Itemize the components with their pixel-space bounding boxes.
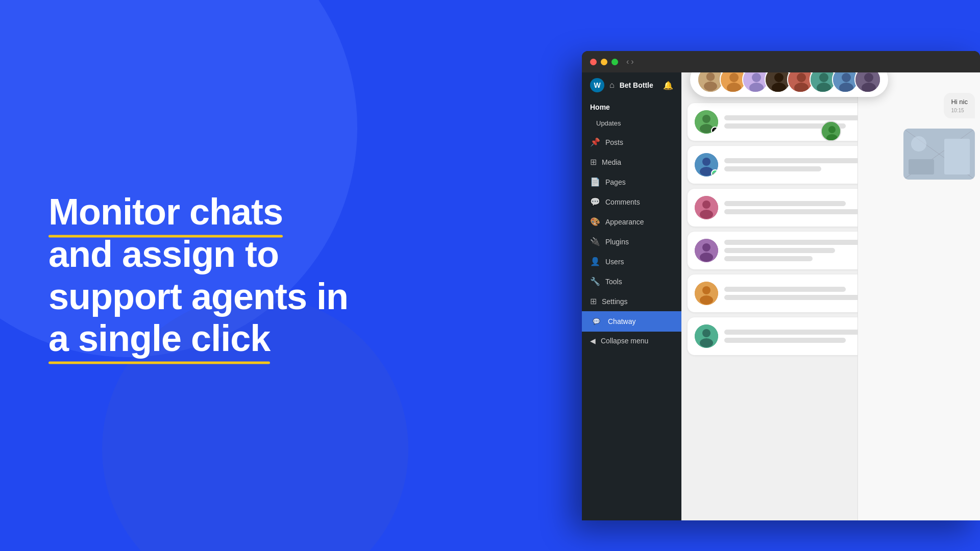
nav-label-users: Users: [605, 258, 624, 266]
nav-label-media: Media: [602, 158, 621, 166]
wordpress-sidebar: W ⌂ Bet Bottle 🔔 Home Updates 📌 Posts: [582, 72, 681, 520]
platform-badge-android: 🤖: [711, 169, 718, 177]
nav-item-settings[interactable]: ⊞ Settings: [582, 291, 681, 311]
hero-heading: Monitor chats and assign to support agen…: [48, 191, 375, 360]
svg-point-31: [702, 158, 710, 166]
svg-point-22: [864, 73, 873, 82]
hero-line-2: and assign to: [48, 233, 375, 276]
svg-point-35: [700, 210, 713, 219]
nav-forward-icon[interactable]: ›: [631, 57, 633, 66]
nav-item-comments[interactable]: 💬 Comments: [582, 192, 681, 212]
users-icon: 👤: [590, 257, 600, 266]
browser-mockup: ‹ › W ⌂ Bet Bottle 🔔 Home: [582, 51, 980, 520]
svg-point-37: [702, 243, 710, 252]
chat-name-skeleton-3: [724, 201, 846, 206]
svg-rect-49: [944, 139, 970, 174]
apple-icon: : [714, 128, 716, 133]
svg-point-23: [862, 83, 876, 93]
chat-name-skeleton-4: [724, 240, 879, 245]
android-icon: 🤖: [713, 171, 718, 176]
chat-panel: : [681, 72, 980, 520]
message-image: [903, 129, 975, 180]
platform-badge-apple: : [711, 127, 718, 134]
svg-point-44: [700, 338, 713, 347]
traffic-light-red[interactable]: [590, 59, 597, 65]
nav-back-icon[interactable]: ‹: [626, 57, 629, 66]
nav-item-updates[interactable]: Updates: [582, 116, 681, 132]
chatway-icon: 💬: [590, 316, 603, 327]
svg-point-13: [797, 73, 806, 82]
wp-logo: W: [590, 78, 604, 92]
svg-point-8: [749, 83, 764, 93]
hero-panel: Monitor chats and assign to support agen…: [48, 191, 375, 360]
avatar-face-8: [855, 72, 881, 93]
svg-point-34: [702, 201, 710, 209]
chat-preview-skeleton-2: [724, 166, 821, 171]
svg-point-43: [702, 329, 710, 337]
wp-header: W ⌂ Bet Bottle 🔔: [582, 72, 681, 98]
nav-item-media[interactable]: ⊞ Media: [582, 152, 681, 172]
notification-icon[interactable]: 🔔: [663, 81, 673, 90]
svg-point-14: [794, 83, 808, 93]
collapse-icon: ◀: [590, 337, 596, 345]
media-icon: ⊞: [590, 157, 597, 167]
message-bubble: Hi nic 10:15: [944, 93, 975, 118]
browser-content: W ⌂ Bet Bottle 🔔 Home Updates 📌 Posts: [582, 72, 980, 520]
nav-item-users[interactable]: 👤 Users: [582, 252, 681, 271]
nav-item-appearance[interactable]: 🎨 Appearance: [582, 212, 681, 232]
svg-point-16: [819, 73, 828, 82]
browser-nav-arrows: ‹ ›: [626, 57, 634, 66]
chat-name-skeleton-5: [724, 287, 846, 292]
pages-icon: 📄: [590, 177, 600, 187]
nav-label-plugins: Plugins: [605, 238, 629, 246]
nav-label-posts: Posts: [605, 138, 623, 146]
message-text: Hi nic: [951, 98, 968, 106]
svg-point-17: [817, 83, 831, 93]
nav-item-tools[interactable]: 🔧 Tools: [582, 271, 681, 291]
message-time: 10:15: [951, 108, 968, 113]
comments-icon: 💬: [590, 197, 600, 207]
small-avatar-below: [821, 121, 841, 141]
nav-item-posts[interactable]: 📌 Posts: [582, 132, 681, 152]
avatars-bubble: [690, 72, 888, 97]
nav-label-appearance: Appearance: [605, 218, 644, 226]
nav-item-chatway[interactable]: 💬 Chatway: [582, 311, 681, 332]
nav-label-settings: Settings: [602, 297, 628, 306]
settings-icon: ⊞: [590, 296, 597, 306]
tools-icon: 🔧: [590, 277, 600, 286]
nav-item-collapse[interactable]: ◀ Collapse menu: [582, 332, 681, 350]
traffic-light-yellow[interactable]: [601, 59, 607, 65]
hero-highlight-2: a single click: [48, 318, 270, 360]
svg-point-40: [702, 286, 710, 294]
nav-item-plugins[interactable]: 🔌 Plugins: [582, 232, 681, 252]
wp-site-name: Bet Bottle: [620, 81, 653, 89]
nav-label-comments: Comments: [605, 198, 640, 206]
svg-point-38: [700, 253, 713, 262]
svg-point-20: [839, 83, 853, 93]
hero-line-4: a single click: [48, 318, 375, 360]
svg-point-1: [706, 72, 715, 81]
nav-item-pages[interactable]: 📄 Pages: [582, 172, 681, 192]
hero-highlight-1: Monitor chats: [48, 191, 283, 233]
svg-point-41: [700, 295, 713, 305]
message-preview-panel: Hi nic 10:15: [857, 72, 980, 520]
chat-avatar-1: : [695, 110, 718, 134]
traffic-light-green[interactable]: [611, 59, 618, 65]
home-icon: ⌂: [609, 81, 615, 90]
svg-point-19: [842, 73, 851, 82]
chat-preview-skeleton-4: [724, 248, 835, 253]
nav-item-home[interactable]: Home: [582, 98, 681, 116]
avatar-8: [854, 72, 881, 93]
svg-point-5: [727, 83, 741, 93]
svg-point-50: [911, 136, 926, 152]
chat-preview-skeleton-6: [724, 338, 846, 343]
chat-avatar-5: [695, 282, 718, 305]
chat-avatar-2: 🤖: [695, 153, 718, 177]
svg-point-4: [729, 73, 739, 82]
svg-point-10: [774, 73, 783, 82]
svg-point-28: [702, 115, 710, 123]
svg-point-2: [704, 82, 717, 91]
svg-point-11: [772, 83, 786, 93]
hero-line-1: Monitor chats: [48, 191, 375, 233]
svg-rect-48: [909, 159, 934, 174]
